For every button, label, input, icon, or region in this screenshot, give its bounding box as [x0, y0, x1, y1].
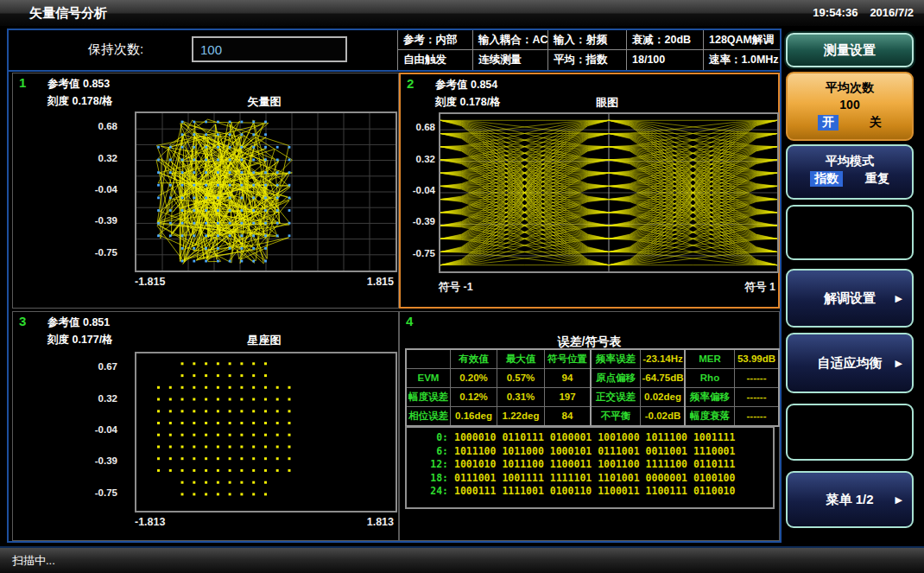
table-value: -64.75dB	[641, 369, 685, 387]
panel-eye-diagram-selected[interactable]: 2 参考值 0.854 刻度 0.178/格 眼图 0.68 0.32 -0.0…	[399, 73, 780, 309]
average-mode-title: 平均模式	[788, 152, 912, 169]
average-count-button[interactable]: 平均次数 100 开 关	[786, 72, 914, 141]
symbol-index: 18:	[407, 472, 448, 486]
row-label: 频率误差	[592, 350, 640, 368]
symbol-row: 12:1001010 1011100 1100011 1001100 11111…	[407, 458, 773, 472]
param-measure-mode: 连续测量	[472, 50, 547, 70]
panel-number: 3	[19, 314, 26, 328]
y-tick: 0.67	[64, 361, 117, 372]
row-label: 幅度衰落	[686, 407, 734, 425]
table-value: 1.22deg	[497, 407, 544, 425]
symbol-index: 6:	[407, 445, 448, 459]
y-tick: 0.32	[402, 154, 435, 164]
table-header: 符号位置	[545, 350, 590, 368]
clock: 19:54:362016/7/2	[801, 0, 914, 26]
y-tick: -0.04	[402, 185, 435, 195]
eye-plot-area	[439, 112, 779, 273]
panel-number: 4	[406, 314, 413, 328]
symbol-row: 0:1000010 0110111 0100001 1001000 101110…	[407, 431, 773, 445]
average-mode-button[interactable]: 平均模式 指数 重复	[786, 144, 914, 200]
row-label: 不平衡	[592, 407, 640, 425]
panel-number: 1	[19, 75, 26, 90]
plot-title: 星座图	[135, 333, 394, 348]
row-label: EVM	[407, 369, 450, 387]
scale-label: 刻度 0.177/格	[47, 333, 113, 347]
table-value: ------	[735, 369, 778, 387]
table-header: 有效值	[451, 350, 497, 368]
table-value: ------	[735, 407, 778, 425]
param-input-coupling: 输入耦合：AC	[472, 30, 547, 50]
softkey-sidebar: 测量设置 平均次数 100 开 关 平均模式 指数 重复 解调设置 ▶ 自适应均…	[784, 29, 917, 543]
y-tick: -0.75	[64, 247, 117, 258]
adaptive-equalization-label: 自适应均衡	[818, 355, 883, 372]
param-symbol-rate: 速率：1.0MHz	[703, 50, 780, 70]
y-tick: -0.04	[64, 424, 117, 435]
average-count-value: 100	[788, 96, 912, 113]
mode-repeat[interactable]: 重复	[865, 171, 889, 187]
toggle-off[interactable]: 关	[870, 115, 882, 131]
table-value: ------	[735, 388, 778, 406]
symbol-row: 6:1011100 1011000 1000101 0111001 001100…	[407, 445, 773, 459]
x-max-label: 1.815	[367, 276, 394, 288]
plot-title: 矢量图	[135, 94, 394, 110]
x-axis-labels: -1.815 1.815	[135, 276, 394, 288]
x-min-label: -1.813	[135, 516, 165, 528]
row-label: 正交误差	[592, 388, 640, 406]
row-label: 相位误差	[407, 407, 450, 425]
mode-toggle: 指数 重复	[788, 171, 912, 187]
measure-settings-button[interactable]: 测量设置	[786, 33, 914, 67]
panel-constellation[interactable]: 3 参考值 0.851 刻度 0.177/格 星座图 0.67 0.32 -0.…	[12, 311, 399, 541]
empty-softkey[interactable]	[786, 404, 914, 461]
row-label: MER	[686, 350, 734, 368]
x-min-label: -1.815	[135, 276, 165, 288]
y-tick: -0.75	[402, 248, 435, 258]
y-tick: -0.04	[64, 184, 117, 194]
time-text: 19:54:36	[813, 6, 858, 19]
panel-error-symbol-table[interactable]: 4 误差/符号表 有效值 最大值 符号位置 EVM 0.20% 0.57% 94…	[399, 311, 780, 541]
adaptive-equalization-button[interactable]: 自适应均衡 ▶	[786, 333, 914, 393]
table-value: 0.02deg	[641, 388, 685, 406]
symbol-bits: 1011100 1011000 1000101 0111001 0011001 …	[454, 445, 735, 459]
constellation-svg	[136, 353, 396, 511]
symbol-max-label: 符号 1	[745, 280, 775, 295]
main-frame: 保持次数: 参考：内部 输入耦合：AC 输入：射频 衰减：20dB 128QAM…	[7, 29, 782, 543]
hold-count-input[interactable]	[192, 36, 347, 62]
eye-diagram-svg	[440, 114, 777, 271]
reference-value-label: 参考值 0.853	[47, 77, 110, 92]
offset-error-table: 频率误差 -23.14Hz 原点偏移 -64.75dB 正交误差 0.02deg…	[590, 348, 687, 427]
table-value: 53.99dB	[735, 350, 778, 368]
average-count-title: 平均次数	[788, 79, 912, 96]
symbol-row: 18:0111001 1001111 1111101 1101001 00000…	[407, 472, 773, 486]
demod-settings-button[interactable]: 解调设置 ▶	[786, 269, 914, 328]
row-label: 幅度误差	[407, 388, 450, 406]
status-bar: 扫描中...	[0, 546, 924, 573]
constellation-plot-area	[135, 352, 397, 513]
symbol-bits: 1000111 1111001 0100110 1100011 1100111 …	[454, 485, 735, 499]
table-header: 最大值	[497, 350, 544, 368]
table-cell	[407, 350, 450, 368]
x-axis-labels: -1.813 1.813	[135, 516, 394, 528]
symbol-bits: 1000010 0110111 0100001 1001000 1011100 …	[454, 431, 735, 445]
menu-page-button[interactable]: 菜单 1/2 ▶	[786, 471, 914, 528]
x-axis-labels: 符号 -1 符号 1	[439, 280, 775, 295]
table-value: -23.14Hz	[641, 350, 685, 368]
panel-vector-diagram[interactable]: 1 参考值 0.853 刻度 0.178/格 矢量图 0.68 0.32 -0.…	[12, 73, 399, 309]
symbol-row: 24:1000111 1111001 0100110 1100011 11001…	[407, 485, 773, 499]
row-label: Rho	[686, 369, 734, 387]
symbol-index: 24:	[407, 485, 448, 499]
symbol-bits: 1001010 1011100 1100011 1001100 1111100 …	[454, 458, 735, 472]
vector-plot-area	[135, 111, 397, 272]
empty-softkey[interactable]	[786, 205, 914, 260]
y-tick: -0.75	[64, 487, 117, 498]
table-value: -0.02dB	[641, 407, 685, 425]
toggle-on-selected[interactable]: 开	[818, 115, 839, 131]
parameter-grid: 参考：内部 输入耦合：AC 输入：射频 衰减：20dB 128QAM解调 自由触…	[397, 30, 780, 70]
scale-label: 刻度 0.178/格	[47, 94, 113, 109]
evm-error-table: 有效值 最大值 符号位置 EVM 0.20% 0.57% 94 幅度误差 0.1…	[405, 348, 592, 427]
vsa-screen: { "title_bar": { "title": "矢量信号分析", "tim…	[0, 0, 924, 573]
hold-count-label: 保持次数:	[88, 41, 143, 58]
plot-title: 眼图	[439, 95, 775, 111]
reference-value-label: 参考值 0.854	[435, 78, 497, 92]
mode-exponential-selected[interactable]: 指数	[810, 171, 843, 187]
table-value: 0.12%	[451, 388, 497, 406]
